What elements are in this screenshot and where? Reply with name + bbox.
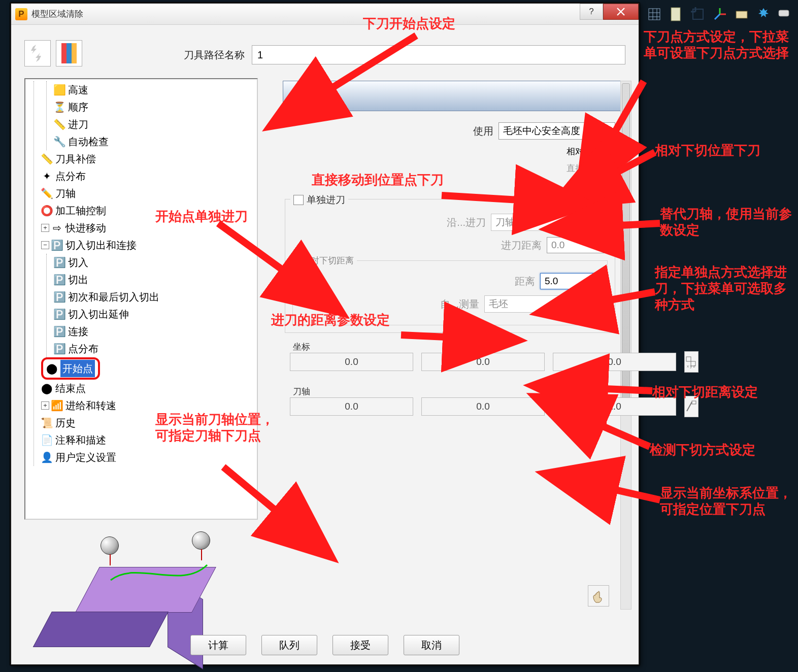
- tree-item[interactable]: 🅿️切入: [54, 254, 255, 271]
- coord-x: [290, 353, 413, 371]
- help-button[interactable]: ?: [580, 4, 603, 20]
- anno-10: 显示当前坐标系位置，可指定位置下刀点: [660, 485, 792, 517]
- tree-item[interactable]: 🅿️点分布: [54, 340, 255, 357]
- scrollbar[interactable]: [620, 81, 631, 610]
- tree-item[interactable]: 🅿️切出: [54, 271, 255, 288]
- tree-item[interactable]: ⏳顺序: [54, 98, 255, 116]
- direct-checkbox: [605, 163, 615, 174]
- reldist-input[interactable]: [540, 273, 601, 289]
- app-right-toolbar: [646, 0, 798, 28]
- tree-item[interactable]: 📏进刀: [54, 116, 255, 133]
- hand-icon[interactable]: [588, 585, 609, 607]
- anno-8: 相对下切距离设定: [652, 384, 758, 400]
- override-checkbox: [605, 180, 615, 190]
- measure-select: 毛坯: [484, 295, 601, 313]
- relative-label: 相对下切: [567, 146, 601, 157]
- star-icon[interactable]: [755, 5, 772, 23]
- anno-12: 进刀的距离参数设定: [271, 312, 403, 328]
- crop-icon[interactable]: [689, 5, 706, 23]
- dist-input: [547, 237, 608, 253]
- axis-z: [553, 397, 676, 416]
- coord-z: [553, 353, 676, 371]
- tree-item[interactable]: 🟨高速: [54, 81, 255, 98]
- svg-rect-2: [736, 11, 747, 18]
- tree-item[interactable]: 🅿️初次和最后切入切出: [54, 288, 255, 306]
- use-select[interactable]: 毛坯中心安全高度: [498, 122, 615, 140]
- dialog-window: 模型区域清除 ? 刀具路径名称: [10, 3, 640, 665]
- along-label: 沿...进刀: [447, 216, 486, 229]
- close-button[interactable]: [603, 4, 639, 20]
- relative-checkbox[interactable]: [605, 147, 615, 157]
- tree-item[interactable]: ⬤结束点: [41, 380, 255, 397]
- direct-label: 直接移动: [567, 162, 601, 174]
- coord-pick-icon[interactable]: x y z: [684, 351, 699, 373]
- grid-icon[interactable]: [646, 5, 662, 23]
- axis-group: 刀轴: [285, 392, 615, 421]
- tree-panel[interactable]: 🟨高速 ⏳顺序 📏进刀 🔧自动检查 📏刀具补偿 ✦点分布 ✏️刀轴 ⭕加工轴控制…: [24, 78, 258, 520]
- measure-label: 自...测量: [440, 297, 479, 311]
- reldist-label: 距离: [515, 275, 535, 288]
- tree-item[interactable]: 🔧自动检查: [54, 133, 255, 150]
- svg-rect-3: [779, 10, 789, 16]
- toolpath-name-label: 刀具路径名称: [184, 48, 245, 62]
- anno-9: 检测下切方式设定: [650, 442, 755, 458]
- along-select: 刀轴: [491, 214, 608, 231]
- anno-6: 替代刀轴，使用当前参数设定: [660, 206, 792, 238]
- accept-button[interactable]: 接受: [332, 635, 388, 655]
- tree-item[interactable]: 👤用户定义设置: [41, 449, 255, 466]
- svg-rect-1: [671, 8, 680, 21]
- erase-icon[interactable]: [777, 5, 794, 23]
- relgroup-label: 相对下切距离: [299, 255, 357, 266]
- tree-item[interactable]: 🅿️连接: [54, 323, 255, 340]
- svg-rect-0: [649, 9, 660, 20]
- axis-x: [290, 397, 413, 416]
- view-icon[interactable]: [734, 5, 750, 23]
- coord-label: 坐标: [290, 341, 313, 353]
- anno-4: 直接移动到位置点下刀: [312, 172, 444, 188]
- tree-item[interactable]: 📏刀具补偿: [41, 150, 255, 167]
- axes-icon[interactable]: [711, 5, 728, 23]
- svg-rect-5: [61, 43, 66, 63]
- override-label: 替代刀轴: [567, 179, 601, 191]
- tree-item[interactable]: ✏️刀轴: [41, 185, 255, 202]
- recycle-icon[interactable]: [24, 40, 51, 66]
- axis-label: 刀轴: [290, 386, 313, 397]
- queue-button[interactable]: 队列: [261, 635, 317, 655]
- separate-leadin-checkbox[interactable]: [293, 195, 304, 205]
- anno-11: 显示当前刀轴位置，可指定刀轴下刀点: [155, 411, 282, 444]
- svg-rect-7: [686, 357, 691, 361]
- tree-item[interactable]: ✦点分布: [41, 167, 255, 185]
- anno-3: 相对下切位置下刀: [655, 142, 760, 158]
- anno-1: 下刀开始点设定: [363, 15, 455, 31]
- panel-header: 开始点: [283, 81, 624, 111]
- anno-5: 开始点单独进刀: [155, 208, 248, 224]
- anno-2: 下刀点方式设定，下拉菜单可设置下刀点方式选择: [644, 28, 791, 61]
- anno-7: 指定单独点方式选择进刀，下拉菜单可选取多种方式: [655, 264, 792, 313]
- page-icon[interactable]: [668, 5, 684, 23]
- axis-y: [421, 397, 545, 416]
- tree-item[interactable]: −🅿️切入切出和连接: [41, 237, 255, 254]
- tree-item-startpoint[interactable]: ⬤开始点: [41, 357, 255, 380]
- svg-rect-10: [692, 401, 696, 404]
- coord-y: [421, 353, 545, 371]
- separate-leadin-label: 单独进刀: [307, 193, 345, 207]
- calc-button[interactable]: 计算: [190, 635, 246, 655]
- title-text: 模型区域清除: [31, 8, 83, 20]
- dist-label: 进刀距离: [501, 239, 542, 252]
- titlebar: 模型区域清除 ?: [11, 4, 639, 25]
- toolpath-name-input[interactable]: [252, 45, 625, 64]
- svg-rect-6: [72, 43, 77, 63]
- svg-text:x y z: x y z: [687, 364, 695, 368]
- use-label: 使用: [473, 124, 493, 138]
- stripes-icon[interactable]: [56, 40, 82, 66]
- cancel-button[interactable]: 取消: [404, 635, 459, 655]
- app-icon: [15, 8, 27, 20]
- tree-item[interactable]: 🅿️切入切出延伸: [54, 306, 255, 323]
- main-panel: 开始点 使用 毛坯中心安全高度 相对下切 直接移动 替代: [283, 81, 624, 610]
- coord-group: 坐标 x y z: [285, 347, 615, 377]
